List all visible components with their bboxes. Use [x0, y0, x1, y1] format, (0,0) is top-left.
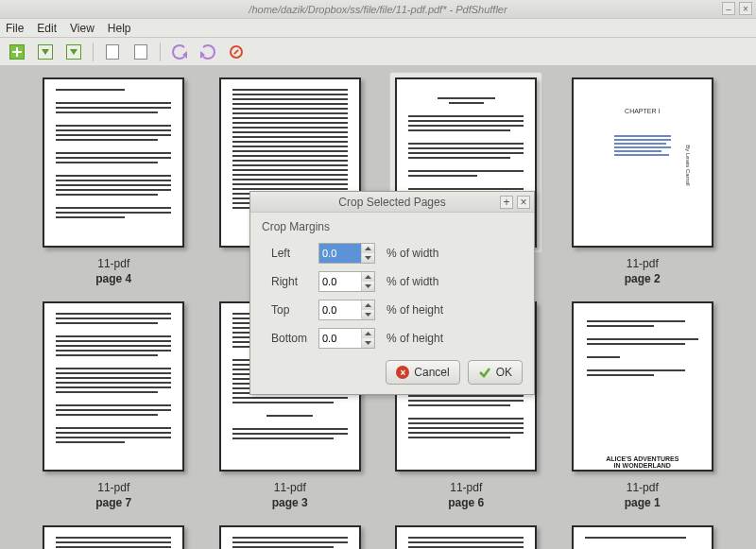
spin-up-icon[interactable] [362, 329, 374, 338]
delete-button[interactable] [225, 42, 248, 62]
page-thumbnail[interactable]: CHAPTER I By Lewis Carroll 11-pdfpage 2 [563, 72, 723, 286]
cancel-button[interactable]: × Cancel [386, 360, 459, 385]
menubar: File Edit View Help [0, 19, 756, 38]
thumb-name: 11-pdf [627, 481, 659, 494]
thumb-page: page 7 [95, 496, 131, 509]
undo-icon [172, 44, 187, 60]
svg-marker-3 [365, 284, 371, 288]
page-thumbnail[interactable]: 11-pdfpage 7 [34, 296, 194, 510]
svg-marker-6 [365, 332, 371, 335]
page-left-button[interactable] [101, 42, 124, 62]
thumb-page: page 1 [625, 496, 661, 509]
separator [160, 43, 161, 61]
dialog-maximize-icon[interactable]: + [500, 196, 513, 209]
thumb-name: 11-pdf [274, 481, 306, 494]
import-icon [38, 44, 53, 60]
page-thumbnail[interactable]: ALICE'S ADVENTURES IN WONDERLAND 11-pdfp… [563, 296, 723, 510]
ok-icon [478, 366, 491, 379]
ok-label: OK [496, 366, 512, 379]
import-button[interactable] [34, 42, 57, 62]
page-thumbnail[interactable]: 11-pdfpage 4 [34, 72, 194, 286]
redo-button[interactable] [197, 42, 219, 62]
page-thumbnail[interactable] [563, 520, 723, 549]
export-button[interactable] [62, 42, 85, 62]
cancel-icon: × [396, 366, 409, 379]
top-input[interactable] [319, 300, 361, 319]
menu-help[interactable]: Help [108, 22, 131, 35]
crop-dialog: Crop Selected Pages + × Crop Margins Lef… [249, 191, 535, 395]
menu-file[interactable]: File [6, 22, 24, 35]
bottom-label: Bottom [262, 332, 318, 345]
spin-down-icon[interactable] [362, 338, 374, 348]
titlebar: /home/dazik/Dropbox/ss/file/file/11-pdf.… [0, 0, 756, 19]
thumb-name: 11-pdf [627, 257, 659, 270]
thumb-page: page 3 [272, 496, 308, 509]
left-spinner[interactable] [318, 243, 375, 264]
cancel-label: Cancel [414, 366, 449, 379]
svg-marker-4 [365, 303, 371, 307]
dialog-close-icon[interactable]: × [517, 196, 530, 209]
thumb-name: 11-pdf [97, 257, 129, 270]
add-button[interactable] [6, 42, 28, 62]
right-label: Right [262, 275, 318, 288]
close-icon[interactable]: × [739, 2, 752, 15]
minimize-icon[interactable]: – [722, 2, 735, 15]
page-icon [106, 44, 119, 60]
svg-marker-2 [365, 275, 371, 279]
right-spinner[interactable] [318, 271, 375, 292]
right-unit: % of width [387, 275, 438, 288]
top-label: Top [262, 303, 318, 317]
section-label: Crop Margins [262, 220, 523, 233]
thumb-name: 11-pdf [97, 481, 129, 494]
spin-down-icon[interactable] [362, 282, 374, 291]
spin-down-icon[interactable] [362, 253, 374, 263]
thumb-name: 11-pdf [450, 481, 482, 494]
plus-icon [9, 44, 25, 60]
top-spinner[interactable] [318, 300, 375, 320]
page-thumbnail[interactable] [387, 520, 546, 549]
thumb-page: page 2 [625, 272, 661, 285]
dialog-titlebar[interactable]: Crop Selected Pages + × [250, 192, 534, 213]
window-title: /home/dazik/Dropbox/ss/file/file/11-pdf.… [249, 4, 507, 15]
separator [93, 43, 94, 61]
title-text-2: IN WONDERLAND [587, 462, 698, 469]
stop-icon [230, 45, 243, 59]
svg-marker-5 [365, 313, 371, 317]
menu-view[interactable]: View [70, 22, 94, 35]
page-icon [134, 44, 147, 60]
thumb-page: page 4 [95, 272, 131, 285]
bottom-input[interactable] [319, 329, 361, 348]
page-thumbnail[interactable] [34, 520, 194, 549]
spin-up-icon[interactable] [362, 300, 374, 310]
export-icon [66, 44, 81, 60]
redo-icon [200, 44, 215, 60]
left-input[interactable] [319, 244, 361, 263]
menu-edit[interactable]: Edit [37, 22, 57, 35]
left-unit: % of width [387, 247, 438, 260]
svg-marker-7 [365, 341, 371, 345]
dialog-title: Crop Selected Pages [338, 196, 445, 209]
right-input[interactable] [319, 272, 361, 291]
undo-button[interactable] [168, 42, 191, 62]
ok-button[interactable]: OK [468, 360, 523, 385]
bottom-unit: % of height [387, 332, 443, 345]
spin-up-icon[interactable] [362, 272, 374, 282]
top-unit: % of height [387, 303, 443, 317]
svg-marker-1 [365, 256, 371, 260]
spin-up-icon[interactable] [362, 244, 374, 253]
svg-marker-0 [365, 247, 371, 250]
bottom-spinner[interactable] [318, 328, 375, 349]
left-label: Left [262, 247, 318, 260]
spin-down-icon[interactable] [362, 310, 374, 319]
toolbar [0, 38, 756, 66]
page-thumbnail[interactable] [211, 520, 370, 549]
thumb-page: page 6 [448, 496, 484, 509]
title-text-1: ALICE'S ADVENTURES [587, 455, 698, 462]
page-right-button[interactable] [129, 42, 152, 62]
